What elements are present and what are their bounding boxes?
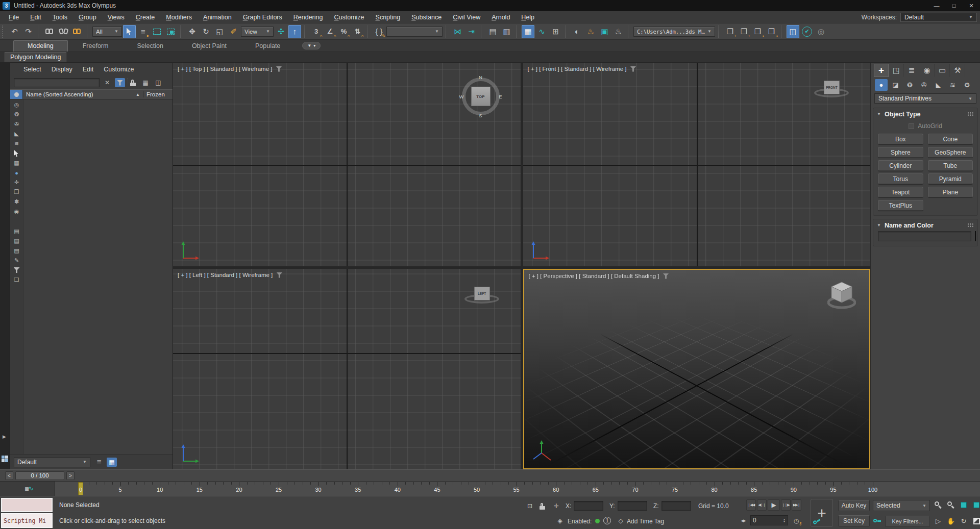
project-folder-dropdown[interactable]: C:\Users\Adm...3ds Max 2024▼ (633, 27, 715, 37)
menu-scripting[interactable]: Scripting (370, 14, 406, 21)
object-type-textplus[interactable]: TextPlus (878, 200, 923, 211)
explorer-settings-icon[interactable]: ◫ (153, 78, 163, 87)
folder-icon[interactable]: ❏ (12, 276, 21, 284)
viewport-perspective[interactable]: [ + ] [ Perspective ] [ Standard ] [ Def… (523, 269, 871, 469)
time-configuration-icon[interactable]: ◷⚷ (791, 516, 801, 525)
edit-spline-icon[interactable]: ✎ (12, 257, 21, 264)
dock-grid-icon[interactable] (2, 456, 8, 462)
object-color-swatch[interactable] (975, 231, 976, 241)
create-container-icon[interactable]: ❒+ (724, 25, 737, 38)
snap-toggle-3d-icon[interactable]: 3∩ (310, 25, 323, 38)
ribbon-tab-modeling[interactable]: Modeling (13, 40, 68, 52)
z-coordinate-field[interactable] (662, 501, 691, 511)
display-toggle-column-header[interactable] (10, 90, 23, 99)
time-tag-icon[interactable]: ◇ (617, 516, 625, 525)
geometry-category[interactable]: ● (875, 79, 888, 91)
viewcube-left[interactable]: LEFT (463, 281, 500, 310)
keyable-icon[interactable] (872, 516, 882, 525)
object-type-plane[interactable]: Plane (928, 187, 973, 197)
hierarchy-tab[interactable]: ≣ (904, 64, 919, 77)
layer-properties-icon[interactable]: ▤ (12, 237, 21, 245)
menu-graph-editors[interactable]: Graph Editors (237, 14, 288, 21)
menu-help[interactable]: Help (516, 14, 540, 21)
explorer-list-area[interactable]: ◎❂✇◣≋▦●✛❒✽◉▤▤▤✎❏ (10, 99, 173, 454)
per-view-filter-icon[interactable] (276, 272, 282, 278)
go-to-start-button[interactable]: ❘◀◀ (746, 499, 756, 511)
selection-set-key-dropdown[interactable]: Selected▼ (873, 500, 930, 511)
toolbar-drag-handle[interactable] (2, 26, 5, 38)
select-by-name-icon[interactable]: ≡➤ (137, 25, 150, 38)
object-type-cone[interactable]: Cone (928, 134, 973, 144)
menu-file[interactable]: File (3, 14, 24, 21)
frozen-column-header[interactable]: Frozen (143, 91, 173, 97)
viewcube-top[interactable]: TOP N S W E (458, 74, 503, 119)
explorer-menu-select[interactable]: Select (18, 66, 46, 73)
ribbon-tab-freeform[interactable]: Freeform (69, 41, 122, 52)
systems-category[interactable]: ⚙ (961, 79, 973, 91)
angle-snap-icon[interactable]: ∠∩ (324, 25, 336, 38)
object-type-cylinder[interactable]: Cylinder (878, 160, 923, 171)
previous-frame-slider-button[interactable]: < (5, 471, 13, 480)
select-and-scale-icon[interactable]: ◱ (213, 25, 226, 38)
toggle-layer-explorer-icon[interactable]: ▥ (500, 25, 513, 38)
compass-west[interactable]: W (459, 94, 464, 99)
create-tab[interactable]: + (874, 64, 889, 77)
explorer-menu-display[interactable]: Display (46, 66, 78, 73)
percent-snap-icon[interactable]: %∩ (337, 25, 350, 38)
use-pivot-point-center-icon[interactable]: ↑ (288, 25, 301, 38)
selection-lock-icon[interactable] (537, 501, 547, 511)
unlink-selection-icon[interactable] (57, 25, 70, 38)
viewport-top-label[interactable]: [ + ] [ Top ] [ Standard ] [ Wireframe ] (178, 66, 282, 72)
autobackup-status-icon[interactable]: ◎ (815, 25, 827, 38)
object-type-torus[interactable]: Torus (878, 173, 923, 184)
object-type-geosphere[interactable]: GeoSphere (928, 147, 973, 158)
menu-substance[interactable]: Substance (406, 14, 447, 21)
auto-key-button[interactable]: Auto Key (838, 500, 870, 511)
object-type-sphere[interactable]: Sphere (878, 147, 923, 158)
viewcube-face[interactable]: TOP (471, 87, 491, 106)
per-view-filter-icon[interactable] (276, 66, 282, 72)
clear-search-icon[interactable]: ✕ (102, 78, 112, 87)
edit-named-selection-sets-icon[interactable]: { }✎ (373, 25, 385, 38)
menu-create[interactable]: Create (130, 14, 161, 21)
menu-group[interactable]: Group (73, 14, 102, 21)
viewport-top[interactable]: [ + ] [ Top ] [ Standard ] [ Wireframe ]… (173, 63, 521, 266)
add-time-tag[interactable]: Add Time Tag (627, 518, 664, 525)
sphere-filter-icon[interactable]: ● (12, 169, 21, 177)
viewport-left[interactable]: [ + ] [ Left ] [ Standard ] [ Wireframe … (173, 269, 521, 469)
zoom-extents-all-icon[interactable] (971, 500, 980, 510)
viewport-left-label[interactable]: [ + ] [ Left ] [ Standard ] [ Wireframe … (178, 272, 282, 278)
particles-filter-icon[interactable]: ✽ (12, 198, 21, 206)
modify-tab[interactable]: ◳ (889, 64, 904, 77)
workspace-dropdown[interactable]: Default▼ (900, 13, 977, 22)
material-editor-icon[interactable]: ◐ (571, 25, 583, 38)
menu-edit[interactable]: Edit (24, 14, 47, 21)
object-properties-icon[interactable]: ▤ (12, 228, 21, 235)
current-frame-field[interactable]: 0▲▼ (750, 515, 788, 525)
grid-view-icon[interactable]: ▦ (107, 458, 117, 467)
transform-gizmo-icon[interactable]: ✛ (551, 501, 561, 511)
explorer-search-input[interactable] (14, 78, 100, 87)
zoom-all-icon[interactable] (946, 500, 956, 510)
object-name-field[interactable] (878, 231, 971, 241)
name-column-header[interactable]: Name (Sorted Ascending) ▲ (23, 91, 143, 97)
select-and-rotate-icon[interactable]: ↻ (200, 25, 212, 38)
active-layer-dropdown[interactable]: Default▼ (14, 457, 90, 467)
reference-coordinate-dropdown[interactable]: View▼ (241, 27, 274, 37)
autogrid-checkbox[interactable] (909, 123, 914, 129)
object-type-pyramid[interactable]: Pyramid (928, 173, 973, 184)
expand-panel-icon[interactable]: ▶ (3, 434, 6, 439)
undo-icon[interactable]: ↶ (8, 25, 21, 38)
toggle-scene-explorer-icon[interactable]: ▤ (486, 25, 499, 38)
helpers-category[interactable]: ◣ (932, 79, 945, 91)
pan-view-icon[interactable]: ✋ (946, 516, 956, 526)
rectangular-selection-region-icon[interactable] (151, 25, 163, 38)
go-to-end-button[interactable]: ▶▶❘ (792, 499, 801, 511)
notes-icon[interactable]: ▤ (12, 247, 21, 255)
zoom-icon[interactable] (933, 500, 943, 510)
selection-cursor-icon[interactable] (12, 149, 21, 157)
mirror-icon[interactable]: ⋈ (451, 25, 464, 38)
inherit-container-icon[interactable]: ❒+ (738, 25, 750, 38)
schematic-view-icon[interactable]: ⊞ (549, 25, 562, 38)
selection-filter-dropdown[interactable]: All▼ (92, 27, 122, 37)
